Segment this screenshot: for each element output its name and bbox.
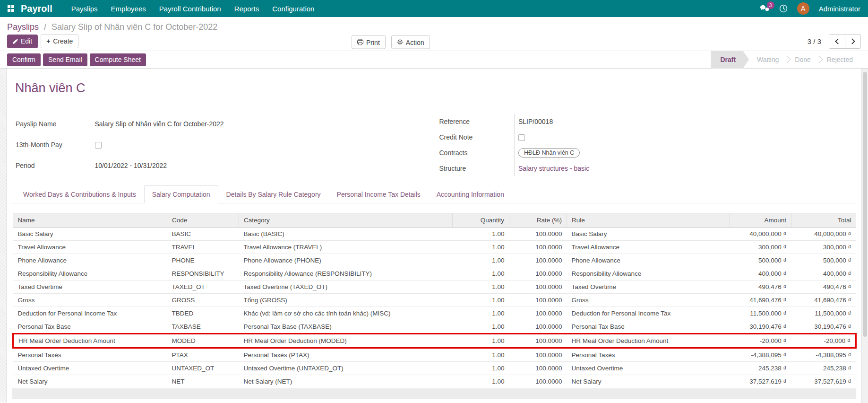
status-step[interactable]: Done bbox=[787, 51, 818, 69]
pager-next-button[interactable] bbox=[845, 35, 860, 48]
cell-rate[interactable]: 100.0000 bbox=[509, 307, 567, 320]
breadcrumb-parent[interactable]: Payslips bbox=[7, 22, 39, 32]
activities-button[interactable] bbox=[779, 4, 788, 13]
cell-code[interactable]: TAXBASE bbox=[167, 320, 239, 334]
cell-amount[interactable]: 400,000 ₫ bbox=[730, 267, 791, 280]
contract-tag[interactable]: HĐLĐ Nhân viên C bbox=[518, 148, 580, 158]
column-header[interactable]: Rate (%) bbox=[509, 213, 567, 228]
table-row[interactable]: Personal Taxés PTAX Personal Taxés (PTAX… bbox=[13, 348, 856, 362]
cell-name[interactable]: Untaxed Overtime bbox=[13, 362, 167, 375]
cell-rate[interactable]: 100.0000 bbox=[509, 241, 567, 254]
cell-code[interactable]: RESPONSIBILITY bbox=[167, 267, 239, 280]
cell-amount[interactable]: 40,000,000 ₫ bbox=[730, 228, 791, 241]
cell-code[interactable]: UNTAXED_OT bbox=[167, 362, 239, 375]
cell-total[interactable]: 30,190,476 ₫ bbox=[791, 320, 856, 334]
cell-category[interactable]: Taxed Overtime (TAXED_OT) bbox=[239, 280, 453, 294]
statusbar-action-button[interactable]: Confirm bbox=[7, 53, 41, 66]
cell-category[interactable]: Personal Tax Base (TAXBASE) bbox=[239, 320, 453, 334]
cell-quantity[interactable]: 1.00 bbox=[453, 267, 509, 280]
cell-quantity[interactable]: 1.00 bbox=[453, 334, 509, 348]
user-avatar[interactable]: A bbox=[797, 2, 809, 15]
statusbar-action-button[interactable]: Compute Sheet bbox=[90, 53, 146, 66]
nav-menu-item[interactable]: Payslips bbox=[65, 0, 104, 17]
cell-category[interactable]: Khác (vd: làm cơ sở cho các tính toán kh… bbox=[239, 307, 453, 320]
cell-code[interactable]: MODED bbox=[167, 334, 239, 348]
nav-menu-item[interactable]: Configuration bbox=[266, 0, 321, 17]
print-button[interactable]: Print bbox=[352, 35, 386, 49]
table-row[interactable]: Taxed Overtime TAXED_OT Taxed Overtime (… bbox=[13, 280, 856, 294]
table-row[interactable]: Travel Allowance TRAVEL Travel Allowance… bbox=[13, 241, 856, 254]
cell-name[interactable]: Basic Salary bbox=[13, 228, 167, 241]
nav-menu-item[interactable]: Reports bbox=[228, 0, 266, 17]
cell-category[interactable]: Tổng (GROSS) bbox=[239, 294, 453, 307]
cell-rate[interactable]: 100.0000 bbox=[509, 254, 567, 267]
nav-menu-item[interactable]: Employees bbox=[104, 0, 153, 17]
cell-amount[interactable]: -4,388,095 ₫ bbox=[730, 348, 791, 362]
action-menu-button[interactable]: Action bbox=[391, 35, 430, 49]
cell-rate[interactable]: 100.0000 bbox=[509, 228, 567, 241]
cell-quantity[interactable]: 1.00 bbox=[453, 348, 509, 362]
cell-quantity[interactable]: 1.00 bbox=[453, 294, 509, 307]
cell-rule[interactable]: Basic Salary bbox=[567, 228, 730, 241]
cell-category[interactable]: Untaxed Overtime (UNTAXED_OT) bbox=[239, 362, 453, 375]
status-step[interactable]: Waiting bbox=[749, 51, 787, 69]
cell-category[interactable]: Basic (BASIC) bbox=[239, 228, 453, 241]
column-header[interactable]: Category bbox=[239, 213, 453, 228]
table-row[interactable]: Personal Tax Base TAXBASE Personal Tax B… bbox=[13, 320, 856, 334]
notebook-tab[interactable]: Personal Income Tax Details bbox=[329, 185, 429, 203]
cell-code[interactable]: PHONE bbox=[167, 254, 239, 267]
pager-previous-button[interactable] bbox=[829, 35, 845, 48]
cell-rate[interactable]: 100.0000 bbox=[509, 267, 567, 280]
cell-code[interactable]: BASIC bbox=[167, 228, 239, 241]
create-button[interactable]: + Create bbox=[41, 35, 78, 48]
column-header[interactable]: Total bbox=[791, 213, 856, 228]
cell-rate[interactable]: 100.0000 bbox=[509, 294, 567, 307]
cell-quantity[interactable]: 1.00 bbox=[453, 228, 509, 241]
statusbar-action-button[interactable]: Send Email bbox=[43, 53, 87, 66]
cell-quantity[interactable]: 1.00 bbox=[453, 241, 509, 254]
cell-name[interactable]: Taxed Overtime bbox=[13, 280, 167, 294]
cell-category[interactable]: Net Salary (NET) bbox=[239, 375, 453, 388]
notebook-tab[interactable]: Salary Computation bbox=[144, 185, 218, 203]
table-row[interactable]: Untaxed Overtime UNTAXED_OT Untaxed Over… bbox=[13, 362, 856, 375]
cell-amount[interactable]: -20,000 ₫ bbox=[730, 334, 791, 348]
cell-rate[interactable]: 100.0000 bbox=[509, 375, 567, 388]
cell-rule[interactable]: Phone Allowance bbox=[567, 254, 730, 267]
cell-name[interactable]: Net Salary bbox=[13, 375, 167, 388]
cell-amount[interactable]: 11,500,000 ₫ bbox=[730, 307, 791, 320]
table-row[interactable]: Gross GROSS Tổng (GROSS) 1.00 100.0000 G… bbox=[13, 294, 856, 307]
cell-rule[interactable]: Gross bbox=[567, 294, 730, 307]
table-row[interactable]: Phone Allowance PHONE Phone Allowance (P… bbox=[13, 254, 856, 267]
cell-total[interactable]: 37,527,619 ₫ bbox=[791, 375, 856, 388]
edit-button[interactable]: Edit bbox=[7, 35, 38, 48]
column-header[interactable]: Rule bbox=[567, 213, 730, 228]
column-header[interactable]: Quantity bbox=[453, 213, 509, 228]
cell-name[interactable]: HR Meal Order Deduction Amount bbox=[13, 334, 167, 348]
cell-total[interactable]: 400,000 ₫ bbox=[791, 267, 856, 280]
cell-total[interactable]: 245,238 ₫ bbox=[791, 362, 856, 375]
cell-quantity[interactable]: 1.00 bbox=[453, 307, 509, 320]
table-row[interactable]: Responsibility Allowance RESPONSIBILITY … bbox=[13, 267, 856, 280]
cell-rate[interactable]: 100.0000 bbox=[509, 362, 567, 375]
nav-menu-item[interactable]: Payroll Contribution bbox=[153, 0, 228, 17]
cell-code[interactable]: GROSS bbox=[167, 294, 239, 307]
cell-category[interactable]: HR Meal Order Deduction (MODED) bbox=[239, 334, 453, 348]
table-row[interactable]: Net Salary NET Net Salary (NET) 1.00 100… bbox=[13, 375, 856, 388]
cell-total[interactable]: 40,000,000 ₫ bbox=[791, 228, 856, 241]
scrollbar-thumb[interactable] bbox=[863, 72, 867, 337]
notebook-tab[interactable]: Worked Days & Contributions & Inputs bbox=[15, 185, 144, 203]
app-name[interactable]: Payroll bbox=[21, 3, 52, 14]
cell-quantity[interactable]: 1.00 bbox=[453, 280, 509, 294]
cell-rate[interactable]: 100.0000 bbox=[509, 334, 567, 348]
cell-code[interactable]: TRAVEL bbox=[167, 241, 239, 254]
cell-name[interactable]: Phone Allowance bbox=[13, 254, 167, 267]
cell-rule[interactable]: Personal Tax Base bbox=[567, 320, 730, 334]
messages-button[interactable]: 3 bbox=[760, 5, 770, 12]
cell-total[interactable]: 490,476 ₫ bbox=[791, 280, 856, 294]
cell-rule[interactable]: Untaxed Overtime bbox=[567, 362, 730, 375]
cell-category[interactable]: Travel Allowance (TRAVEL) bbox=[239, 241, 453, 254]
table-row[interactable]: Basic Salary BASIC Basic (BASIC) 1.00 10… bbox=[13, 228, 856, 241]
column-header[interactable]: Amount bbox=[730, 213, 791, 228]
cell-total[interactable]: -20,000 ₫ bbox=[791, 334, 856, 348]
cell-quantity[interactable]: 1.00 bbox=[453, 254, 509, 267]
